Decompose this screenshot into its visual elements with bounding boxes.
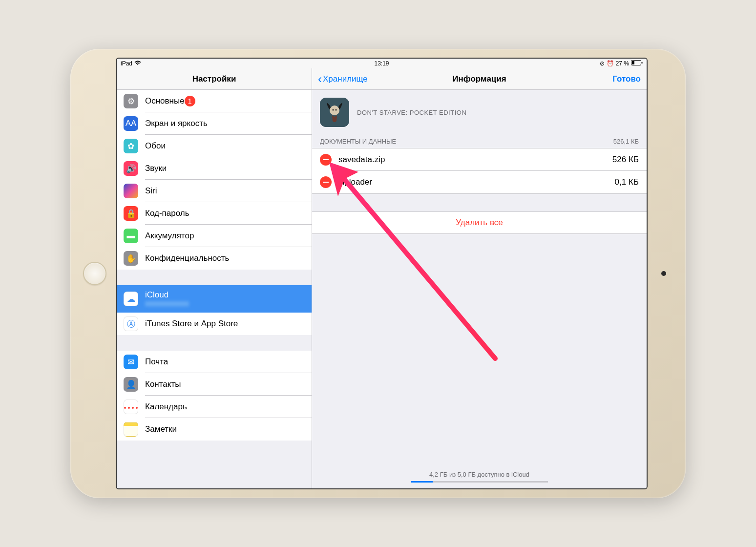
sounds-icon: 🔊 [124, 161, 138, 176]
sidebar-item-label: Основные [145, 96, 185, 106]
settings-sidebar: Настройки ⚙Основные1AAЭкран и яркость✿Об… [117, 68, 312, 488]
documents-section-header: ДОКУМЕНТЫ И ДАННЫЕ 526,1 КБ [312, 135, 647, 148]
sidebar-item-label: Заметки [145, 424, 177, 434]
sidebar-list[interactable]: ⚙Основные1AAЭкран и яркость✿Обои🔊ЗвукиSi… [117, 90, 312, 488]
document-name: ziploader [338, 177, 608, 187]
wallpaper-icon: ✿ [124, 139, 138, 153]
battery-icon: ▬ [124, 229, 138, 243]
sidebar-item-notes[interactable]: Заметки [117, 418, 312, 441]
orientation-lock-icon: ⊘ [600, 60, 605, 67]
device-label: iPad [121, 60, 132, 67]
sidebar-item-label: Календарь [145, 402, 187, 412]
sidebar-item-label: Обои [145, 141, 166, 151]
general-icon: ⚙ [124, 94, 138, 108]
sidebar-item-privacy[interactable]: ✋Конфиденциальность [117, 247, 312, 270]
sidebar-item-label: Код-пароль [145, 209, 189, 218]
sidebar-item-mail[interactable]: ✉Почта [117, 351, 312, 373]
sidebar-item-contacts[interactable]: 👤Контакты [117, 373, 312, 396]
sidebar-item-label: Экран и яркость [145, 119, 208, 128]
storage-text: 4,2 ГБ из 5,0 ГБ доступно в iCloud [312, 471, 647, 478]
sidebar-item-itunes[interactable]: ⒶiTunes Store и App Store [117, 313, 312, 335]
battery-percent: 27 % [616, 60, 629, 67]
icloud-account-label [145, 301, 189, 308]
detail-pane: ‹ Хранилище Информация Готово [312, 68, 647, 488]
sidebar-item-label: Аккумулятор [145, 231, 194, 241]
ipad-frame: iPad 13:19 ⊘ ⏰ 27 % Настройки ⚙Основные1… [70, 49, 686, 498]
sidebar-item-general[interactable]: ⚙Основные1 [117, 90, 312, 112]
document-row[interactable]: savedata.zip526 КБ [312, 148, 647, 171]
battery-icon [631, 60, 643, 67]
passcode-icon: 🔒 [124, 206, 138, 221]
sidebar-item-label: Почта [145, 357, 168, 367]
app-name: DON'T STARVE: POCKET EDITION [357, 109, 466, 116]
chevron-left-icon: ‹ [318, 73, 322, 85]
status-bar: iPad 13:19 ⊘ ⏰ 27 % [117, 59, 647, 68]
storage-footer: 4,2 ГБ из 5,0 ГБ доступно в iCloud [312, 471, 647, 483]
sidebar-item-label: iTunes Store и App Store [145, 319, 238, 329]
alarm-icon: ⏰ [607, 60, 614, 67]
wifi-icon [134, 61, 141, 66]
notification-badge: 1 [185, 96, 195, 106]
clock: 13:19 [374, 60, 389, 67]
detail-header: ‹ Хранилище Информация Готово [312, 68, 647, 90]
calendar-icon [124, 400, 138, 414]
siri-icon [124, 184, 138, 198]
contacts-icon: 👤 [124, 377, 138, 392]
svg-rect-2 [642, 62, 643, 64]
detail-title: Информация [452, 74, 506, 84]
section-size: 526,1 КБ [613, 138, 639, 145]
back-label: Хранилище [323, 74, 368, 84]
home-button[interactable] [83, 262, 106, 285]
delete-icon[interactable] [320, 176, 332, 188]
svg-point-4 [330, 105, 339, 115]
back-button[interactable]: ‹ Хранилище [318, 73, 368, 85]
app-icon [320, 98, 349, 127]
storage-fill [411, 481, 433, 483]
documents-list: savedata.zip526 КБziploader0,1 КБ [312, 148, 647, 194]
icloud-icon: ☁ [124, 292, 138, 306]
sidebar-item-display[interactable]: AAЭкран и яркость [117, 112, 312, 135]
sidebar-item-label: iCloud [145, 290, 189, 300]
document-size: 0,1 КБ [615, 177, 639, 187]
sidebar-item-label: Siri [145, 186, 157, 196]
notes-icon [124, 422, 138, 437]
document-row[interactable]: ziploader0,1 КБ [312, 171, 647, 193]
section-title: ДОКУМЕНТЫ И ДАННЫЕ [320, 138, 396, 145]
sidebar-item-passcode[interactable]: 🔒Код-пароль [117, 202, 312, 225]
screen: iPad 13:19 ⊘ ⏰ 27 % Настройки ⚙Основные1… [116, 58, 648, 489]
sidebar-item-sounds[interactable]: 🔊Звуки [117, 157, 312, 180]
sidebar-item-label: Контакты [145, 379, 181, 389]
document-size: 526 КБ [612, 155, 639, 165]
mail-icon: ✉ [124, 355, 138, 369]
sidebar-item-icloud[interactable]: ☁iCloud [117, 285, 312, 313]
sidebar-title: Настройки [117, 68, 312, 90]
svg-rect-1 [632, 61, 634, 64]
svg-point-5 [333, 109, 334, 111]
done-button[interactable]: Готово [612, 74, 641, 84]
storage-bar [411, 481, 548, 483]
sidebar-item-calendar[interactable]: Календарь [117, 396, 312, 418]
privacy-icon: ✋ [124, 251, 138, 266]
app-info-row: DON'T STARVE: POCKET EDITION [312, 90, 647, 135]
sidebar-item-label: Конфиденциальность [145, 253, 229, 263]
display-icon: AA [124, 116, 138, 131]
itunes-icon: Ⓐ [124, 316, 138, 331]
sidebar-item-siri[interactable]: Siri [117, 180, 312, 202]
sidebar-item-label: Звуки [145, 164, 167, 173]
camera [661, 271, 666, 276]
delete-icon[interactable] [320, 154, 332, 166]
sidebar-item-wallpaper[interactable]: ✿Обои [117, 135, 312, 157]
sidebar-item-battery[interactable]: ▬Аккумулятор [117, 225, 312, 247]
delete-all-button[interactable]: Удалить все [312, 211, 647, 234]
svg-point-6 [336, 109, 337, 111]
document-name: savedata.zip [338, 155, 606, 165]
